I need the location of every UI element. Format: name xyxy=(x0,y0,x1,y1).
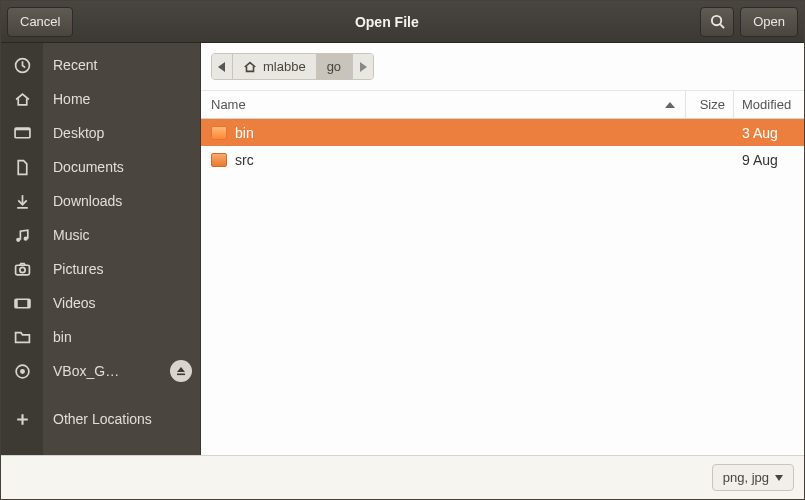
sidebar-item-vbox-g-[interactable]: VBox_G… xyxy=(43,363,170,379)
triangle-down-icon xyxy=(775,475,783,481)
sort-asc-icon xyxy=(665,102,675,108)
eject-icon xyxy=(176,366,186,376)
sidebar-item-bin[interactable]: bin xyxy=(43,329,200,345)
svg-rect-4 xyxy=(15,128,30,130)
sidebar-item-music[interactable]: Music xyxy=(43,227,200,243)
sidebar-item-videos[interactable]: Videos xyxy=(43,295,200,311)
svg-rect-15 xyxy=(177,374,185,376)
sidebar-item-downloads[interactable]: Downloads xyxy=(43,193,200,209)
cancel-button[interactable]: Cancel xyxy=(7,7,73,37)
file-name: bin xyxy=(235,125,254,141)
sidebar-item-other-locations[interactable]: Other Locations xyxy=(43,411,200,427)
titlebar: Cancel Open File Open xyxy=(1,1,804,43)
file-modified: 9 Aug xyxy=(734,152,804,168)
path-forward-button[interactable] xyxy=(352,54,373,79)
svg-marker-18 xyxy=(665,102,675,108)
sidebar-item-recent[interactable]: Recent xyxy=(43,57,200,73)
path-segment-mlabbe[interactable]: mlabbe xyxy=(233,54,317,79)
sidebar-iconstrip xyxy=(1,43,43,455)
sidebar-item-desktop[interactable]: Desktop xyxy=(43,125,200,141)
camera-icon xyxy=(13,259,31,279)
window-title: Open File xyxy=(79,14,694,30)
home-icon xyxy=(243,60,257,74)
music-icon xyxy=(13,225,31,245)
document-icon xyxy=(13,157,31,177)
filetype-filter-label: png, jpg xyxy=(723,470,769,485)
svg-point-8 xyxy=(19,267,24,272)
svg-marker-16 xyxy=(218,62,225,72)
svg-line-1 xyxy=(720,24,724,28)
file-modified: 3 Aug xyxy=(734,125,804,141)
eject-button[interactable] xyxy=(170,360,192,382)
footer: png, jpg xyxy=(1,455,804,499)
svg-point-0 xyxy=(712,16,721,25)
folder-icon xyxy=(211,126,227,140)
sidebar-item-documents[interactable]: Documents xyxy=(43,159,200,175)
search-button[interactable] xyxy=(700,7,734,37)
column-name[interactable]: Name xyxy=(201,91,686,118)
svg-marker-17 xyxy=(360,62,367,72)
file-list[interactable]: bin3 Augsrc9 Aug xyxy=(201,119,804,455)
disc-icon xyxy=(13,361,31,381)
column-modified[interactable]: Modified xyxy=(734,91,804,118)
home-icon xyxy=(13,89,31,109)
file-name: src xyxy=(235,152,254,168)
open-button[interactable]: Open xyxy=(740,7,798,37)
desktop-icon xyxy=(13,123,31,143)
sidebar-item-home[interactable]: Home xyxy=(43,91,200,107)
svg-rect-10 xyxy=(15,299,18,308)
clock-icon xyxy=(13,55,31,75)
plus-icon xyxy=(13,409,31,429)
triangle-right-icon xyxy=(359,62,367,72)
sidebar: RecentHomeDesktopDocumentsDownloadsMusic… xyxy=(1,43,201,455)
path-back-button[interactable] xyxy=(212,54,233,79)
column-name-label: Name xyxy=(211,97,246,112)
path-segment-go[interactable]: go xyxy=(317,54,352,79)
folder-icon xyxy=(211,153,227,167)
download-icon xyxy=(13,191,31,211)
pathbar-container: mlabbego xyxy=(201,43,804,91)
file-header: Name Size Modified xyxy=(201,91,804,119)
content-pane: mlabbego Name Size Modified bin3 Augsrc9… xyxy=(201,43,804,455)
column-size[interactable]: Size xyxy=(686,91,734,118)
svg-point-13 xyxy=(20,369,23,372)
folder-icon xyxy=(13,327,31,347)
search-icon xyxy=(710,14,725,29)
sidebar-labelstrip: RecentHomeDesktopDocumentsDownloadsMusic… xyxy=(43,43,200,455)
svg-marker-14 xyxy=(177,367,185,372)
pathbar: mlabbego xyxy=(211,53,374,80)
file-row[interactable]: bin3 Aug xyxy=(201,119,804,146)
filetype-filter[interactable]: png, jpg xyxy=(712,464,794,491)
svg-rect-11 xyxy=(27,299,30,308)
file-row[interactable]: src9 Aug xyxy=(201,146,804,173)
video-icon xyxy=(13,293,31,313)
sidebar-item-pictures[interactable]: Pictures xyxy=(43,261,200,277)
main-area: RecentHomeDesktopDocumentsDownloadsMusic… xyxy=(1,43,804,455)
svg-marker-19 xyxy=(775,475,783,481)
triangle-left-icon xyxy=(218,62,226,72)
